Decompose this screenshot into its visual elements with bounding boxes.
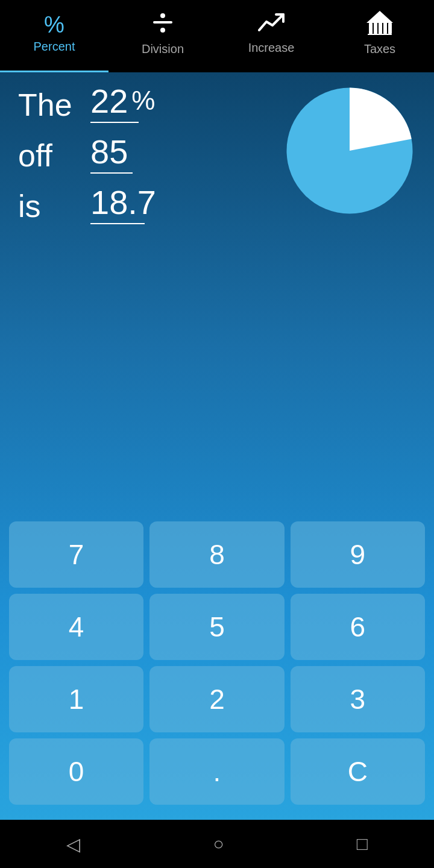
key-9[interactable]: 9 bbox=[291, 521, 425, 588]
keypad-row-4: 0 . C bbox=[9, 738, 425, 805]
nav-label-taxes: Taxes bbox=[364, 42, 395, 56]
calc-label-off: off bbox=[18, 137, 90, 174]
nav-label-increase: Increase bbox=[248, 41, 295, 55]
recent-button[interactable]: □ bbox=[339, 828, 386, 860]
pie-svg bbox=[283, 84, 416, 217]
division-icon bbox=[151, 11, 175, 39]
keypad-row-2: 4 5 6 bbox=[9, 594, 425, 660]
nav-bar: % Percent Division Increase bbox=[0, 0, 434, 72]
nav-label-percent: Percent bbox=[34, 40, 75, 54]
key-clear[interactable]: C bbox=[291, 738, 425, 805]
key-1[interactable]: 1 bbox=[9, 666, 143, 732]
svg-rect-8 bbox=[368, 34, 392, 35]
nav-item-division[interactable]: Division bbox=[108, 0, 217, 72]
calc-label-is: is bbox=[18, 188, 90, 224]
keypad-row-3: 1 2 3 bbox=[9, 666, 425, 732]
increase-icon bbox=[258, 12, 285, 37]
calc-value-line-2 bbox=[90, 172, 133, 174]
calc-value-line-3 bbox=[90, 223, 145, 224]
key-3[interactable]: 3 bbox=[291, 666, 425, 732]
nav-label-division: Division bbox=[142, 42, 184, 56]
svg-rect-7 bbox=[388, 23, 392, 34]
keypad: 7 8 9 4 5 6 1 2 3 0 . C bbox=[0, 521, 434, 820]
calc-value-wrap-3: 18.7 bbox=[90, 186, 156, 224]
bottom-bar: ◁ ○ □ bbox=[0, 820, 434, 868]
calc-value-wrap-1[interactable]: 22 % bbox=[90, 84, 155, 123]
svg-rect-3 bbox=[369, 23, 373, 34]
calc-label-the: The bbox=[18, 87, 90, 123]
nav-item-percent[interactable]: % Percent bbox=[0, 0, 108, 72]
calc-value-wrap-2[interactable]: 85 bbox=[90, 135, 133, 174]
svg-point-0 bbox=[160, 13, 165, 18]
svg-marker-9 bbox=[366, 11, 393, 23]
key-7[interactable]: 7 bbox=[9, 521, 143, 588]
calc-value-base: 85 bbox=[90, 135, 128, 169]
svg-point-2 bbox=[160, 28, 165, 33]
back-button[interactable]: ◁ bbox=[48, 828, 98, 861]
pie-chart bbox=[283, 84, 416, 217]
key-0[interactable]: 0 bbox=[9, 738, 143, 805]
home-button[interactable]: ○ bbox=[195, 828, 242, 860]
taxes-icon bbox=[366, 11, 393, 39]
key-dot[interactable]: . bbox=[149, 738, 284, 805]
percent-sign: % bbox=[131, 86, 155, 116]
calc-area: The 22 % off 85 is 18.7 bbox=[0, 72, 434, 521]
percent-icon: % bbox=[44, 13, 64, 36]
calc-value-result: 18.7 bbox=[90, 186, 156, 219]
key-4[interactable]: 4 bbox=[9, 594, 143, 660]
key-6[interactable]: 6 bbox=[291, 594, 425, 660]
calc-value-line-1 bbox=[90, 122, 139, 123]
keypad-row-1: 7 8 9 bbox=[9, 521, 425, 588]
key-8[interactable]: 8 bbox=[149, 521, 284, 588]
key-5[interactable]: 5 bbox=[149, 594, 284, 660]
nav-item-increase[interactable]: Increase bbox=[217, 0, 326, 72]
calc-value-percent: 22 bbox=[90, 84, 128, 118]
svg-rect-1 bbox=[153, 21, 172, 24]
key-2[interactable]: 2 bbox=[149, 666, 284, 732]
nav-item-taxes[interactable]: Taxes bbox=[326, 0, 434, 72]
